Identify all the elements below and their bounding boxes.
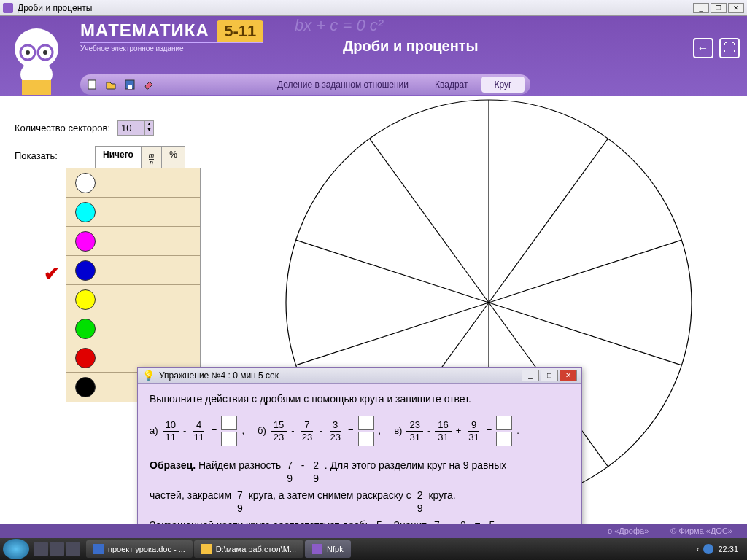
color-blue[interactable] [66,256,200,285]
answer-c-den[interactable] [496,432,512,446]
bulb-icon: 💡 [142,370,155,381]
answer-a-den[interactable] [221,432,237,446]
exercise-title: Упражнение №4 : 0 мин 5 сек [159,370,279,381]
svg-line-18 [296,303,489,365]
svg-point-6 [43,50,47,55]
footer-bar: о «Дрофа» © Фирма «ДОС» [0,524,747,538]
footer-dos: © Фирма «ДОС» [670,526,732,535]
minimize-button[interactable]: _ [693,3,709,13]
ex-maximize-button[interactable]: □ [541,370,558,381]
answer-b-den[interactable] [358,432,374,446]
open-file-icon[interactable] [105,79,117,90]
show-tab-nothing[interactable]: Ничего [96,147,142,169]
show-mode-tabs: Ничего mn % [95,146,185,170]
svg-rect-4 [22,80,51,95]
spinner-down[interactable]: ▼ [145,127,153,133]
app-header: bx + c = 0 c² МАТЕМАТИКА 5-11 Учебное эл… [0,16,747,96]
tray-arrow-icon[interactable]: ‹ [697,545,700,553]
workspace: Количество секторов: ▲▼ Показать: Ничего… [0,98,747,514]
selected-check-icon: ✔ [44,262,60,285]
show-tab-percent[interactable]: % [162,147,185,169]
close-button[interactable]: ✕ [728,3,744,13]
quicklaunch [34,542,80,556]
exercise-titlebar[interactable]: 💡 Упражнение №4 : 0 мин 5 сек _ □ ✕ [138,368,581,384]
svg-line-12 [489,139,608,303]
brand-subtitle: Учебное электронное издание [80,42,263,52]
ex-close-button[interactable]: ✕ [560,370,577,381]
answer-b-num[interactable] [358,416,374,430]
new-file-icon[interactable] [86,79,98,90]
page-title: Дроби и проценты [343,38,479,55]
problem-a: а) 1011 - 411 = , [150,416,244,446]
task-nfpk[interactable]: Nfpk [305,540,351,558]
problem-c: в) 2331 - 1631 + 931 = . [394,416,519,446]
exercise-instruction: Выполните действия с дробями с помощью к… [150,391,570,407]
show-tab-fraction[interactable]: mn [142,147,163,169]
task-word[interactable]: проект урока.doc - ... [86,540,193,558]
start-button[interactable] [3,539,29,559]
svg-rect-9 [128,85,132,89]
tab-circle[interactable]: Круг [481,77,525,93]
ql-icon-2[interactable] [50,542,64,556]
svg-line-19 [296,240,489,303]
svg-point-5 [26,50,30,55]
color-cyan[interactable] [66,198,200,227]
svg-rect-7 [88,80,96,89]
eraser-icon[interactable] [143,79,155,90]
brand-badge: 5-11 [217,20,263,42]
tab-ratio[interactable]: Деление в заданном отношении [264,77,422,93]
ex-minimize-button[interactable]: _ [522,370,539,381]
professor-icon [0,23,73,96]
svg-line-20 [370,139,489,303]
footer-drofa: о «Дрофа» [608,526,649,535]
problem-b: б) 1523 - 723 - 323 = , [258,416,381,446]
svg-line-13 [489,240,681,303]
tray-icon[interactable] [703,544,713,554]
spinner-up[interactable]: ▲ [145,121,153,127]
answer-c-num[interactable] [496,416,512,430]
maximize-button[interactable]: ❐ [711,3,727,13]
system-tray[interactable]: ‹ 22:31 [697,544,744,554]
ql-icon-3[interactable] [66,542,80,556]
color-magenta[interactable] [66,227,200,256]
color-green[interactable] [66,314,200,343]
tab-square[interactable]: Квадрат [422,77,481,93]
sectors-input[interactable] [118,121,144,135]
color-white[interactable] [66,168,200,198]
sectors-spinner[interactable]: ▲▼ [117,120,154,136]
svg-line-14 [489,303,681,365]
fullscreen-button[interactable]: ⛶ [719,38,740,58]
exercise-problems: а) 1011 - 411 = , б) 1523 - 723 - 323 = [150,416,570,446]
back-button[interactable]: ← [693,38,713,58]
clock: 22:31 [718,545,738,553]
window-titlebar: Дроби и проценты _ ❐ ✕ [0,0,747,16]
task-folder[interactable]: D:\мама раб.стол\М... [194,540,303,558]
save-icon[interactable] [124,79,136,90]
color-yellow[interactable] [66,285,200,314]
answer-a-num[interactable] [221,416,237,430]
ql-icon-1[interactable] [34,542,48,556]
main-toolbar: Деление в заданном отношении Квадрат Кру… [80,74,530,95]
app-icon [3,3,13,13]
taskbar: проект урока.doc - ... D:\мама раб.стол\… [0,538,747,560]
sectors-label: Количество секторов: [15,122,110,133]
window-title: Дроби и проценты [18,3,92,13]
brand-title: МАТЕМАТИКА [80,20,209,40]
